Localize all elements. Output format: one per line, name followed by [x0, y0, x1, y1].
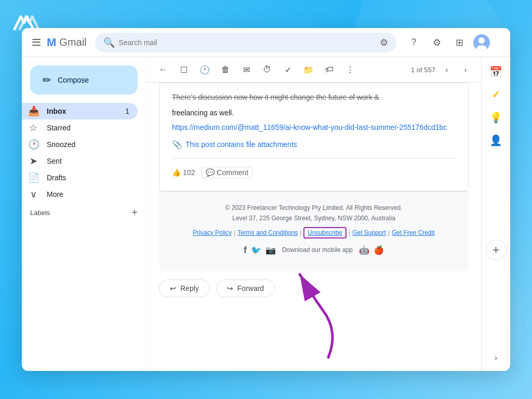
expand-icon: ›: [490, 349, 501, 367]
more-chevron-icon: ∨: [28, 189, 38, 200]
keep-icon: 💡: [489, 111, 502, 124]
inbox-icon: 📥: [28, 105, 38, 117]
task-check-icon: ✓: [285, 65, 291, 75]
mark-unread-button[interactable]: ✉: [238, 61, 255, 78]
email-body-scroll: There's discussion now how it might chan…: [147, 83, 481, 271]
more-options-button[interactable]: ⋮: [342, 61, 358, 78]
delete-icon: 🗑: [221, 65, 230, 74]
gmail-m-icon: M: [47, 36, 56, 49]
settings-icon: ⚙: [433, 37, 441, 48]
search-bar-container: 🔍 ⚙: [95, 33, 396, 52]
attachment-text[interactable]: This post contains file attachments: [185, 140, 297, 149]
footer-social-icons: f 🐦 📷 Download our mobile app 🤖 🍎: [171, 245, 456, 256]
gmail-window: M Gmail 🔍 ⚙ ? ⚙ ⊞ ✏: [22, 28, 510, 371]
reply-button[interactable]: ↩ Reply: [159, 280, 210, 297]
delete-button[interactable]: 🗑: [217, 61, 234, 78]
timer-icon: ⏱: [263, 65, 271, 74]
snoozed-icon: 🕐: [28, 139, 38, 150]
comment-icon: 💬: [206, 168, 215, 177]
email-article-link[interactable]: https://medium.com/@matt_11659/ai-know-w…: [172, 123, 456, 131]
next-arrow-icon: ›: [464, 65, 467, 74]
timer-button[interactable]: ⏱: [259, 61, 275, 78]
back-button[interactable]: ←: [155, 61, 171, 78]
label-tag-icon: 🏷: [325, 65, 334, 74]
forward-button[interactable]: ↪ Forward: [216, 280, 275, 297]
search-icon: 🔍: [103, 37, 115, 48]
email-icon: ✉: [243, 65, 250, 75]
sidebar-item-label-snoozed: Snoozed: [47, 140, 129, 149]
sidebar-item-sent[interactable]: ➤ Sent: [22, 153, 138, 169]
kebab-menu-icon: ⋮: [346, 65, 354, 75]
email-count-label: 1 of 557: [411, 66, 435, 74]
sidebar-item-starred[interactable]: ☆ Starred: [22, 119, 138, 136]
add-app-button[interactable]: +: [486, 240, 507, 260]
email-text-section: There's discussion now how it might chan…: [159, 83, 469, 191]
compose-button[interactable]: ✏ Compose: [30, 65, 138, 95]
move-button[interactable]: 📁: [300, 61, 317, 78]
snooze-button[interactable]: 🕐: [196, 61, 213, 78]
email-footer: © 2023 Freelancer Technology Pty Limited…: [159, 191, 469, 271]
gmail-logo: M Gmail: [47, 36, 87, 49]
calendar-sidebar-button[interactable]: 📅: [486, 61, 507, 82]
contacts-sidebar-button[interactable]: 👤: [486, 130, 507, 151]
likes-count: 102: [183, 168, 195, 177]
apps-button[interactable]: ⊞: [450, 33, 469, 52]
thumbs-up-icon: 👍: [172, 168, 181, 177]
avatar[interactable]: [473, 34, 490, 51]
like-button[interactable]: 👍 102: [172, 168, 195, 177]
user-avatar-image: [473, 34, 490, 51]
contacts-icon: 👤: [489, 134, 502, 147]
free-credit-link[interactable]: Get Free Credit: [392, 229, 435, 236]
label-button[interactable]: 🏷: [321, 61, 338, 78]
gmail-body: ✏ Compose 📥 Inbox 1 ☆ Starred 🕐 Snoozed …: [22, 57, 510, 371]
unsubscribe-link[interactable]: Unsubscribe: [303, 227, 347, 238]
comment-label: Comment: [217, 168, 248, 177]
right-sidebar-expand-button[interactable]: ›: [490, 349, 501, 367]
apple-icon[interactable]: 🍎: [374, 245, 384, 255]
prev-email-button[interactable]: ‹: [440, 62, 454, 77]
instagram-icon[interactable]: 📷: [265, 245, 276, 255]
email-area: ← ☐ 🕐 🗑 ✉ ⏱ ✓: [147, 57, 481, 371]
archive-button[interactable]: ☐: [176, 61, 192, 78]
email-content-scroll[interactable]: There's discussion now how it might chan…: [147, 83, 481, 371]
privacy-policy-link[interactable]: Privacy Policy: [193, 229, 232, 236]
get-support-link[interactable]: Get Support: [352, 229, 386, 236]
task-button[interactable]: ✓: [280, 61, 296, 78]
footer-links-row: Privacy Policy | Terms and Conditions | …: [171, 227, 456, 238]
tasks-icon: ✓: [491, 88, 500, 101]
sidebar-item-drafts[interactable]: 📄 Drafts: [22, 169, 138, 186]
compose-label: Compose: [58, 76, 89, 84]
help-button[interactable]: ?: [405, 33, 423, 52]
search-filter-icon[interactable]: ⚙: [380, 37, 388, 48]
facebook-icon[interactable]: f: [244, 245, 247, 256]
terms-link[interactable]: Terms and Conditions: [237, 229, 298, 236]
twitter-icon[interactable]: 🐦: [251, 245, 261, 255]
attachment-note: 📎 This post contains file attachments: [172, 140, 456, 150]
move-folder-icon: 📁: [303, 65, 314, 75]
search-input[interactable]: [119, 38, 376, 47]
footer-divider-3: |: [349, 229, 350, 236]
inbox-badge: 1: [125, 107, 129, 115]
android-icon[interactable]: 🤖: [359, 245, 369, 255]
footer-address: Level 37, 225 George Street, Sydney, NSW…: [171, 215, 456, 222]
right-sidebar: 📅 ✓ 💡 👤 + ›: [481, 57, 510, 371]
next-email-button[interactable]: ›: [458, 62, 473, 77]
sidebar-item-more[interactable]: ∨ More: [22, 186, 138, 203]
gmail-header: M Gmail 🔍 ⚙ ? ⚙ ⊞: [22, 28, 510, 57]
keep-sidebar-button[interactable]: 💡: [486, 107, 507, 128]
prev-arrow-icon: ‹: [446, 65, 448, 74]
sidebar-item-inbox[interactable]: 📥 Inbox 1: [22, 103, 138, 119]
email-toolbar: ← ☐ 🕐 🗑 ✉ ⏱ ✓: [147, 57, 481, 83]
archive-icon: ☐: [180, 65, 188, 75]
sidebar-item-snoozed[interactable]: 🕐 Snoozed: [22, 136, 138, 153]
compose-pencil-icon: ✏: [43, 74, 51, 86]
hamburger-menu-icon[interactable]: [30, 36, 43, 49]
comment-button[interactable]: 💬 Comment: [201, 167, 253, 178]
settings-button[interactable]: ⚙: [428, 33, 446, 52]
forward-icon: ↪: [227, 284, 233, 292]
add-label-button[interactable]: +: [131, 207, 138, 219]
plus-icon: +: [492, 243, 499, 257]
header-icon-group: ? ⚙ ⊞: [405, 33, 490, 52]
snooze-icon: 🕐: [200, 65, 210, 75]
tasks-sidebar-button[interactable]: ✓: [486, 84, 507, 105]
